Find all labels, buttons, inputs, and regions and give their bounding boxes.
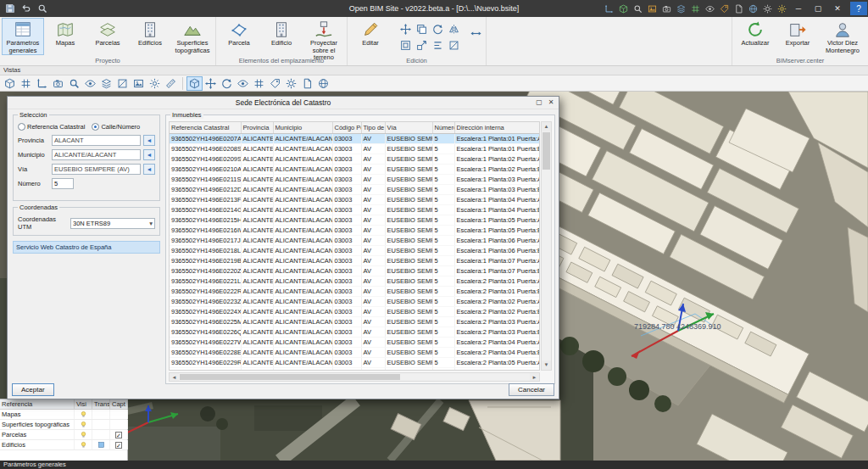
maximize-button[interactable] — [809, 2, 827, 15]
user-account-button[interactable]: Victor Diez Montenegro — [819, 18, 866, 55]
municipio-input[interactable] — [52, 149, 141, 160]
label-tag-icon[interactable] — [267, 76, 283, 91]
parcela-button[interactable]: Parcela — [218, 18, 260, 55]
table-row[interactable]: 9365502YH1496E0220ZF ALICANTE ALICANTE/A… — [170, 265, 540, 276]
zoom-window-icon[interactable] — [66, 76, 82, 91]
grid-snap-icon[interactable] — [251, 76, 267, 91]
globe-icon[interactable] — [746, 3, 760, 15]
table-row[interactable]: 9365502YH1496E0208SB ALICANTE ALICANTE/A… — [170, 143, 540, 154]
reference-row-superficies[interactable]: Superficies topográficas — [0, 420, 127, 430]
undo-icon[interactable] — [19, 3, 33, 15]
visibility-bulb-icon[interactable] — [75, 410, 92, 419]
parametros-generales-button[interactable]: Parámetros generales — [2, 18, 44, 55]
layers-view-icon[interactable] — [98, 76, 114, 91]
provincia-input[interactable] — [52, 135, 141, 146]
save-icon[interactable] — [3, 3, 17, 15]
vertical-scroll-thumb[interactable] — [542, 132, 550, 170]
edificio-button[interactable]: Edificio — [260, 18, 303, 55]
copy-button[interactable] — [414, 21, 429, 36]
scroll-right-icon[interactable] — [530, 373, 539, 381]
camera-view-icon[interactable] — [50, 76, 66, 91]
section-view-icon[interactable] — [114, 76, 131, 91]
superficies-topograficas-button[interactable]: Superficies topográficas — [171, 18, 214, 55]
mapas-button[interactable]: Mapas — [44, 18, 86, 55]
visibility-bulb-icon[interactable] — [75, 420, 92, 429]
scroll-up-icon[interactable] — [542, 122, 551, 131]
table-row[interactable]: 9365502YH1496E0225MI ALICANTE ALICANTE/A… — [170, 316, 540, 327]
municipio-pick-button[interactable] — [143, 149, 155, 160]
table-row[interactable]: 9365502YH1496E0213FX ALICANTE ALICANTE/A… — [170, 194, 540, 204]
col-tipo-via[interactable]: Tipo de vía — [361, 122, 385, 133]
offset-button[interactable] — [398, 37, 413, 53]
table-row[interactable]: 9365502YH1496E0224XU ALICANTE ALICANTE/A… — [170, 306, 540, 316]
table-vertical-scrollbar[interactable] — [541, 121, 552, 371]
dialog-maximize-icon[interactable] — [533, 98, 545, 108]
table-row[interactable]: 9365502YH1496E0215HQ ALICANTE ALICANTE/A… — [170, 215, 540, 225]
dialog-close-icon[interactable] — [545, 98, 557, 108]
layers-icon[interactable] — [674, 3, 687, 15]
stretch-button[interactable] — [467, 28, 484, 39]
table-row[interactable]: 9365502YH1496E0207AL ALICANTE ALICANTE/A… — [170, 133, 540, 143]
col-numero[interactable]: Número — [432, 122, 454, 133]
visibility-bulb-icon[interactable] — [75, 430, 92, 439]
radio-referencia-catastral[interactable]: Referencia Catastral — [18, 123, 85, 131]
axes-icon[interactable] — [602, 3, 615, 15]
editar-button[interactable]: Editar — [349, 18, 392, 55]
parcelas-button[interactable]: Parcelas — [86, 18, 129, 55]
visibility-bulb-icon[interactable] — [75, 440, 92, 449]
table-row[interactable]: 9365502YH1496E0211SB ALICANTE ALICANTE/A… — [170, 174, 540, 184]
col-referencia-catastral[interactable]: Referencia Catastral — [170, 122, 241, 133]
close-button[interactable] — [828, 2, 847, 15]
horizontal-scroll-thumb[interactable] — [180, 374, 400, 380]
minimize-button[interactable] — [789, 2, 808, 15]
options-icon[interactable] — [283, 76, 299, 91]
numero-input[interactable] — [52, 178, 74, 189]
align-button[interactable] — [430, 37, 445, 53]
proyectar-terreno-button[interactable]: Proyectar sobre el terreno — [303, 18, 345, 63]
table-row[interactable]: 9365502YH1496E0209SD ALICANTE ALICANTE/A… — [170, 154, 540, 164]
col-municipio[interactable]: Municipio — [273, 122, 332, 133]
table-row[interactable]: 9365502YH1496E0226QO ALICANTE ALICANTE/A… — [170, 327, 540, 337]
scroll-down-icon[interactable] — [542, 360, 551, 370]
reference-row-edificios[interactable]: Edificios — [0, 440, 127, 450]
col-codigo-postal[interactable]: Código Postal — [332, 122, 361, 133]
table-row[interactable]: 9365502YH1496E0219BT ALICANTE ALICANTE/A… — [170, 255, 540, 265]
table-row[interactable]: 9365502YH1496E0218LR ALICANTE ALICANTE/A… — [170, 245, 540, 255]
cancelar-button[interactable]: Cancelar — [509, 383, 554, 396]
help-button[interactable]: ? — [850, 2, 867, 15]
globe-view-icon[interactable] — [315, 76, 331, 91]
table-row[interactable]: 9365502YH1496E0227WP ALICANTE ALICANTE/A… — [170, 337, 540, 347]
camera-icon[interactable] — [659, 3, 673, 15]
reference-row-parcelas[interactable]: Parcelas — [0, 430, 127, 440]
photo-icon[interactable] — [645, 3, 659, 15]
table-row[interactable]: 9365502YH1496E0216IW ALICANTE ALICANTE/A… — [170, 225, 540, 235]
actualizar-button[interactable]: Actualizar — [734, 18, 776, 55]
settings-icon[interactable] — [760, 3, 774, 15]
radio-icon[interactable] — [18, 123, 25, 131]
scroll-left-icon[interactable] — [170, 373, 179, 381]
sun-icon[interactable] — [775, 3, 788, 15]
tag-icon[interactable] — [717, 3, 731, 15]
measure-icon[interactable] — [163, 76, 179, 91]
zoom-icon[interactable] — [36, 3, 49, 15]
table-row[interactable]: 9365502YH1496E0222RT ALICANTE ALICANTE/A… — [170, 286, 540, 296]
search-icon[interactable] — [631, 3, 644, 15]
table-row[interactable]: 9365502YH1496E0214GM ALICANTE ALICANTE/A… — [170, 204, 540, 215]
sun-light-icon[interactable] — [147, 76, 163, 91]
cube-icon[interactable] — [616, 3, 630, 15]
edificios-button[interactable]: Edificios — [129, 18, 171, 55]
servicio-web-catastro-button[interactable]: Servicio Web Catastro de España — [13, 241, 160, 254]
table-row[interactable]: 9365502YH1496E0229RS ALICANTE ALICANTE/A… — [170, 357, 540, 367]
col-direccion-interna[interactable]: Dirección interna — [454, 122, 540, 133]
axes-view-icon[interactable] — [34, 76, 50, 91]
pan-view-icon[interactable] — [203, 76, 219, 91]
eye-icon[interactable] — [703, 3, 716, 15]
radio-calle-numero[interactable]: Calle/Número — [92, 123, 140, 131]
table-row[interactable]: 9365502YH1496E0230WF ALICANTE ALICANTE/A… — [170, 367, 540, 371]
capture-checkbox[interactable] — [115, 432, 122, 438]
top-view-icon[interactable] — [18, 76, 34, 91]
document-icon[interactable] — [732, 3, 745, 15]
table-row[interactable]: 9365502YH1496E0217JE ALICANTE ALICANTE/A… — [170, 235, 540, 245]
mirror-button[interactable] — [446, 21, 461, 36]
reference-row-mapas[interactable]: Mapas — [0, 410, 127, 420]
